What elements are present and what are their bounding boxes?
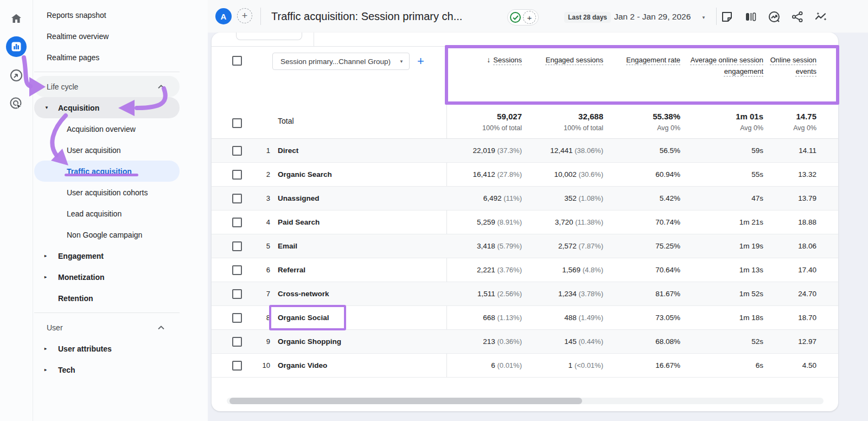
sidebar-item[interactable]: Non Google campaign [34, 224, 180, 245]
row-number: 5 [256, 242, 270, 250]
table-row[interactable]: 9 Organic Shopping 213 (0.36%) 145 (0.44… [212, 330, 838, 354]
total-cell: 55.38% Avg 0% [603, 112, 680, 132]
column-header[interactable]: Engagement rate [603, 54, 680, 66]
sidebar-item[interactable]: Life cycle [34, 76, 180, 97]
table-row[interactable]: 6 Referral 2,221 (3.76%) 1,569 (4.8%) 70… [212, 258, 838, 282]
sessions-cell: 3,418 (5.79%) [446, 242, 522, 250]
add-segment-icon[interactable]: + [237, 8, 252, 23]
row-checkbox[interactable] [232, 170, 242, 180]
expand-triangle-icon[interactable]: ▼ [44, 105, 58, 110]
sidebar-item[interactable]: ▸ Tech [34, 359, 180, 380]
sessions-cell: 6,492 (11%) [446, 194, 522, 202]
sidebar-item[interactable]: Realtime overview [34, 25, 180, 47]
row-number: 10 [256, 361, 270, 369]
sidebar-item[interactable]: Traffic acquisition [34, 161, 180, 182]
dropdown-caret-icon[interactable]: ▼ [399, 59, 404, 64]
table-row[interactable]: 5 Email 3,418 (5.79%) 2,572 (7.87%) 75.2… [212, 234, 838, 258]
table-row[interactable]: 8 Organic Social 668 (1.13%) 488 (1.49%)… [212, 306, 838, 330]
customize-report-icon[interactable] [814, 10, 828, 24]
explore-nav-icon[interactable] [0, 68, 33, 82]
row-checkbox[interactable] [232, 337, 242, 347]
sidebar-item[interactable]: Acquisition overview [34, 118, 180, 139]
sessions-cell: 668 (1.13%) [446, 314, 522, 322]
table-row[interactable]: 3 Unassigned 6,492 (11%) 352 (1.08%) 5.4… [212, 187, 838, 210]
sidebar-item[interactable]: Realtime pages [34, 47, 180, 68]
reports-nav-icon[interactable] [0, 36, 33, 57]
horizontal-scrollbar[interactable] [227, 398, 824, 404]
row-dimension: Email [270, 242, 446, 250]
table-row[interactable]: 10 Organic Video 6 (0.01%) 1 (<0.01%) 16… [212, 354, 838, 378]
sidebar-item[interactable]: ▸ Engagement [34, 245, 180, 266]
add-comparison-icon[interactable]: + [523, 11, 536, 24]
sidebar-item[interactable] [34, 72, 180, 72]
sidebar-item[interactable]: ▼ Acquisition [34, 97, 180, 118]
sidebar-item[interactable]: User acquisition [34, 139, 180, 161]
comparison-pill[interactable]: + [507, 9, 539, 25]
row-checkbox[interactable] [232, 361, 242, 371]
sort-descending-icon[interactable]: ↓ [487, 54, 490, 66]
share-icon[interactable] [790, 10, 805, 24]
row-dimension: Organic Social [270, 314, 446, 322]
avg-engagement-cell: 52s [680, 337, 763, 346]
column-header[interactable]: Average online session engagement [680, 54, 763, 77]
events-cell: 13.32 [763, 170, 816, 178]
sidebar-item[interactable]: ▸ Monetization [34, 266, 180, 288]
avg-engagement-cell: 1m 13s [680, 266, 763, 274]
add-dimension-button[interactable]: + [417, 55, 424, 67]
sidebar-item[interactable]: Lead acquisition [34, 203, 180, 224]
comparison-icon[interactable] [743, 10, 757, 24]
chevron-up-icon[interactable] [158, 85, 164, 89]
sidebar-item[interactable]: ▸ User attributes [34, 338, 180, 359]
table-row[interactable]: 4 Paid Search 5,259 (8.91%) 3,720 (11.38… [212, 210, 838, 234]
chevron-up-icon[interactable] [158, 326, 164, 330]
notes-icon[interactable] [720, 10, 734, 24]
table-row[interactable]: 7 Cross-network 1,511 (2.56%) 1,234 (3.7… [212, 282, 838, 306]
insights-icon[interactable] [767, 10, 781, 24]
sidebar-item[interactable]: Retention [34, 288, 180, 309]
sidebar-item[interactable]: Reports snapshot [34, 4, 180, 25]
row-checkbox[interactable] [232, 313, 242, 323]
expand-triangle-icon[interactable]: ▸ [44, 275, 58, 279]
avg-engagement-cell: 1m 21s [680, 218, 763, 226]
row-checkbox[interactable] [232, 265, 242, 275]
column-header[interactable]: Online session events [763, 54, 816, 77]
engagement-rate-cell: 75.25% [603, 242, 680, 250]
engagement-rate-cell: 60.94% [603, 170, 680, 178]
date-caret-icon[interactable]: ▼ [701, 15, 706, 20]
expand-triangle-icon[interactable]: ▸ [44, 346, 58, 351]
row-checkbox[interactable] [232, 218, 242, 227]
row-checkbox[interactable] [232, 146, 242, 156]
engagement-rate-cell: 5.42% [603, 194, 680, 202]
table-row[interactable]: 1 Direct 22,019 (37.3%) 12,441 (38.06%) … [212, 139, 838, 163]
sidebar-item[interactable] [34, 312, 180, 313]
scrollbar-thumb[interactable] [229, 398, 582, 404]
row-checkbox[interactable] [232, 241, 242, 251]
sidebar-item-label: Engagement [58, 252, 104, 260]
column-header[interactable]: ↓Sessions [446, 54, 522, 66]
column-header[interactable]: Engaged sessions [522, 54, 603, 66]
row-dimension: Paid Search [270, 218, 446, 226]
select-all-checkbox[interactable] [232, 56, 242, 66]
sidebar-item[interactable]: User [34, 317, 180, 338]
total-cell: 59,027 100% of total [446, 112, 522, 132]
home-icon[interactable] [0, 12, 33, 25]
avatar[interactable]: A [215, 8, 232, 24]
sidebar-item[interactable]: User acquisition cohorts [34, 182, 180, 203]
advertising-nav-icon[interactable] [0, 97, 33, 111]
dimension-dropdown[interactable]: Session primary...Channel Group) ▼ [272, 53, 410, 70]
table-header-row: Session primary...Channel Group) ▼ + ↓Se… [212, 46, 838, 106]
row-number: 2 [256, 170, 270, 178]
row-checkbox[interactable] [232, 194, 242, 203]
table-row[interactable]: 2 Organic Search 16,412 (27.8%) 10,002 (… [212, 163, 838, 187]
avg-engagement-cell: 55s [680, 170, 763, 178]
expand-triangle-icon[interactable]: ▸ [44, 253, 58, 258]
row-checkbox[interactable] [232, 118, 242, 128]
row-checkbox[interactable] [232, 289, 242, 299]
expand-triangle-icon[interactable]: ▸ [44, 367, 58, 372]
row-dimension: Organic Search [270, 170, 446, 178]
date-range-picker[interactable]: Jan 2 - Jan 29, 2026 [614, 12, 691, 22]
engagement-rate-cell: 68.08% [603, 337, 680, 346]
dimension-controls: Session primary...Channel Group) ▼ + [272, 53, 446, 70]
engaged-sessions-cell: 488 (1.49%) [522, 314, 603, 322]
total-cell: 1m 01s Avg 0% [680, 112, 763, 132]
